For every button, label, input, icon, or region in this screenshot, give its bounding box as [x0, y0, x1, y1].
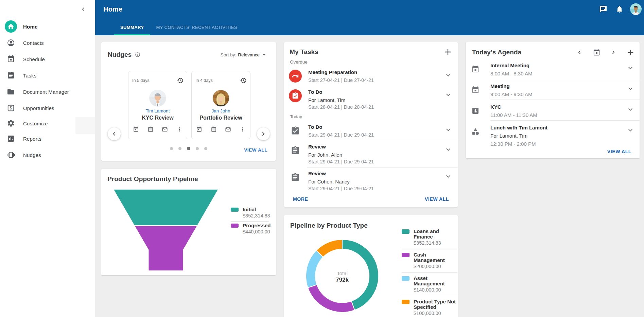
- nudges-view-all-button[interactable]: VIEW ALL: [244, 147, 267, 153]
- clipboard-icon[interactable]: [147, 126, 154, 133]
- task-text: Meeting Preparation Start 27-04-21 | Due…: [304, 69, 442, 84]
- carousel-dot[interactable]: [196, 147, 199, 150]
- nudge-card-kyc-review[interactable]: In 5 days Tim Lamont KYC Review: [128, 71, 187, 139]
- add-task-button[interactable]: [443, 47, 453, 57]
- chevron-down-icon: [626, 64, 634, 72]
- agenda-item-title: Meeting: [490, 83, 624, 89]
- sidebar-item-contacts[interactable]: Contacts: [0, 35, 95, 51]
- nudge-actions: [196, 126, 246, 133]
- carousel-dot[interactable]: [170, 147, 173, 150]
- contact-name-link[interactable]: Jan John: [192, 108, 250, 113]
- sidebar-item-document-manager[interactable]: Document Manager: [0, 84, 95, 100]
- avatar-image: [630, 3, 642, 15]
- task-row-review-john[interactable]: Review For John, Allen Start 29-04-21 | …: [284, 141, 458, 168]
- sidebar-item-tasks[interactable]: Tasks: [0, 67, 95, 84]
- agenda-list: Internal Meeting 8:00 AM - 8:30 AM Meeti…: [466, 58, 640, 149]
- carousel-next-button[interactable]: [257, 127, 270, 140]
- legend-swatch: [402, 229, 410, 234]
- expand-event-button[interactable]: [624, 83, 637, 98]
- task-icon-column: [286, 69, 304, 84]
- agenda-prev-day-button[interactable]: [571, 47, 588, 57]
- legend-item-loans-and-finance: Loans and Finance $352,314.83: [402, 226, 457, 249]
- more-button[interactable]: MORE: [293, 196, 308, 202]
- clipboard-icon[interactable]: [211, 126, 217, 133]
- sidebar-item-customize[interactable]: Customize: [0, 116, 95, 130]
- agenda-next-day-button[interactable]: [605, 47, 622, 57]
- history-icon[interactable]: [177, 77, 184, 84]
- legend-swatch: [231, 208, 239, 212]
- expand-event-button[interactable]: [624, 62, 637, 77]
- notifications-button[interactable]: [611, 3, 628, 15]
- task-text: To Do Start 29-04-21 | Due 29-04-21: [304, 124, 442, 138]
- legend-swatch: [402, 253, 410, 257]
- more-vert-icon[interactable]: [176, 126, 182, 133]
- task-row-review-cohen[interactable]: Review For Cohen, Nancy Start 29-04-21 |…: [284, 168, 458, 194]
- plus-icon: [443, 47, 453, 57]
- agenda-calendar-button[interactable]: [588, 47, 605, 57]
- add-event-button[interactable]: [622, 47, 639, 57]
- expand-task-button[interactable]: [442, 124, 454, 138]
- more-vert-icon[interactable]: [240, 126, 246, 133]
- sidebar-item-nudges[interactable]: Nudges: [0, 147, 95, 163]
- history-icon[interactable]: [240, 77, 247, 84]
- legend-item-product-type-not-specified: Product Type Not Specified $100,000.00: [402, 296, 457, 317]
- tab-my-contacts-recent-activities[interactable]: MY CONTACTS' RECENT ACTIVITIES: [150, 19, 243, 35]
- legend-value: $100,000.00: [414, 310, 457, 316]
- calendar-icon: [468, 62, 483, 77]
- agenda-row-lunch[interactable]: Lunch with Tim Lamont For Lamont, Tim 12…: [466, 121, 640, 149]
- agenda-row-internal-meeting[interactable]: Internal Meeting 8:00 AM - 8:30 AM: [466, 58, 640, 79]
- expand-task-button[interactable]: [442, 69, 454, 84]
- shapes-icon: [468, 124, 483, 147]
- sidebar-item-opportunities[interactable]: Opportunities: [0, 100, 95, 116]
- sort-by-dropdown[interactable]: Sort by: Relevance: [221, 51, 268, 58]
- contact-avatar[interactable]: [150, 90, 166, 106]
- task-row-to-do-today[interactable]: To Do Start 29-04-21 | Due 29-04-21: [284, 120, 458, 141]
- expand-task-button[interactable]: [442, 143, 454, 165]
- nudges-carousel: In 5 days Tim Lamont KYC Review: [101, 71, 276, 139]
- task-dates: Start 29-04-21 | Due 29-04-21: [308, 159, 442, 165]
- agenda-item-for: For Lamont, Tim: [490, 133, 624, 139]
- expand-event-button[interactable]: [624, 104, 637, 118]
- chevron-down-icon: [444, 145, 452, 154]
- contact-name-link[interactable]: Tim Lamont: [128, 108, 187, 113]
- carousel-dot[interactable]: [187, 147, 190, 150]
- task-row-to-do-overdue[interactable]: To Do For Lamont, Tim Start 28-04-21 | D…: [284, 86, 458, 113]
- agenda-view-all-button[interactable]: VIEW ALL: [607, 149, 631, 154]
- carousel-dot[interactable]: [178, 147, 181, 150]
- tab-summary[interactable]: SUMMARY: [114, 19, 150, 35]
- expand-event-button[interactable]: [624, 124, 637, 147]
- tasks-view-all-button[interactable]: VIEW ALL: [425, 196, 449, 202]
- info-icon[interactable]: [135, 52, 140, 57]
- carousel-prev-button[interactable]: [108, 127, 121, 140]
- clipboard-check-icon: [289, 89, 302, 102]
- contact-avatar[interactable]: [213, 90, 229, 106]
- clipboard-icon: [291, 146, 300, 155]
- bar-chart-icon: [5, 133, 17, 145]
- legend-value: $200,000.00: [414, 263, 457, 269]
- user-avatar[interactable]: [628, 3, 644, 15]
- mail-icon[interactable]: [162, 126, 168, 133]
- task-section-label: Overdue: [284, 58, 458, 65]
- task-for: For John, Allen: [308, 152, 442, 158]
- sidebar-item-home[interactable]: Home: [0, 18, 95, 35]
- sidebar-item-reports[interactable]: Reports: [0, 130, 95, 147]
- chat-button[interactable]: [595, 3, 611, 15]
- mail-icon[interactable]: [225, 126, 231, 133]
- legend-label: Initial: [243, 207, 270, 212]
- nudge-action-title: Portfolio Review: [192, 115, 250, 121]
- agenda-row-kyc[interactable]: KYC 11:00 AM - 11:30 AM: [466, 100, 640, 120]
- sidebar-item-schedule[interactable]: Schedule: [0, 51, 95, 67]
- expand-task-button[interactable]: [442, 89, 454, 110]
- calendar-icon[interactable]: [133, 126, 139, 133]
- expand-task-button[interactable]: [442, 170, 454, 192]
- sort-by-label: Sort by:: [221, 52, 237, 57]
- legend-label: Loans and Finance: [414, 229, 457, 240]
- calendar-icon[interactable]: [196, 126, 202, 133]
- nudge-card-portfolio-review[interactable]: In 4 days Jan John Portfolio Review: [191, 71, 250, 139]
- task-row-meeting-preparation[interactable]: Meeting Preparation Start 27-04-21 | Due…: [284, 65, 458, 86]
- bell-icon: [615, 5, 624, 13]
- chevron-left-icon: [576, 49, 583, 56]
- sidebar-collapse-button[interactable]: [80, 5, 88, 14]
- agenda-row-meeting[interactable]: Meeting 9:00 AM - 9:30 AM: [466, 79, 640, 100]
- carousel-dot[interactable]: [204, 147, 207, 150]
